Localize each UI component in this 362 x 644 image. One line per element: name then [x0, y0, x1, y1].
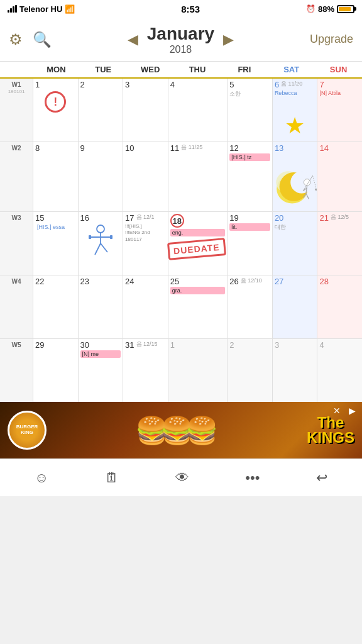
cell-jan-12[interactable]: 12 [HIS.] tz	[228, 142, 272, 211]
alert-icon: !	[45, 91, 66, 113]
event-gra: gra.	[170, 287, 226, 294]
event-lit: lit.	[229, 223, 270, 231]
cell-jan-31[interactable]: 31 음 12/15	[123, 339, 168, 402]
event-eng: eng.	[170, 229, 226, 236]
cell-feb-2[interactable]: 2	[228, 339, 272, 402]
moon-illustration	[273, 163, 317, 210]
cell-jan-18[interactable]: 18 eng. DUEDATE	[168, 212, 228, 275]
svg-line-7	[303, 194, 305, 198]
svg-point-3	[279, 172, 308, 201]
event-his-essa: [HIS.] essa	[35, 223, 76, 231]
header-thu: THU	[174, 62, 221, 77]
header-mon: MON	[33, 62, 80, 77]
prev-month-button[interactable]: ◀	[125, 29, 141, 50]
cell-jan-19[interactable]: 19 lit.	[228, 212, 272, 275]
status-left: Telenor HU 📶	[8, 4, 75, 14]
cell-jan-28[interactable]: 28	[317, 275, 362, 338]
cell-feb-1[interactable]: 1	[168, 339, 228, 402]
day-headers: MON TUE WED THU FRI SAT SUN	[0, 62, 362, 79]
today-indicator: 18	[170, 214, 184, 228]
workout-figure	[80, 225, 121, 260]
svg-line-8	[306, 194, 309, 199]
week-label-1: W1 180101	[0, 79, 33, 142]
cell-jan-20[interactable]: 20 대한	[273, 212, 317, 275]
cell-jan-9[interactable]: 9	[79, 142, 123, 211]
cell-jan-27[interactable]: 27	[273, 275, 317, 338]
cell-feb-4[interactable]: 4	[317, 339, 362, 402]
cell-jan-22[interactable]: 22	[33, 275, 78, 338]
cell-jan-7[interactable]: 7 [N] Attila	[317, 79, 362, 142]
cell-jan-23[interactable]: 23	[79, 275, 123, 338]
signal-icon	[8, 5, 17, 13]
event-attila: [N] Attila	[319, 90, 360, 96]
burger-king-logo: BURGERKING	[8, 411, 47, 450]
calendar-icon: 🗓	[105, 470, 119, 486]
svg-point-1	[276, 171, 300, 193]
cell-jan-11[interactable]: 11 음 11/25	[168, 142, 228, 211]
cell-jan-16[interactable]: 16	[79, 212, 123, 275]
svg-line-9	[303, 188, 307, 191]
duedate-stamp: DUEDATE	[167, 238, 226, 260]
burger-images: 🍔 🍔 🍔	[47, 415, 307, 446]
ad-play-button[interactable]: ▶	[349, 406, 356, 416]
alarm-icon: ⏰	[306, 4, 315, 13]
ad-tagline: TheKINGS	[307, 415, 354, 445]
cell-jan-25[interactable]: 25 gra.	[168, 275, 228, 338]
next-month-button[interactable]: ▶	[221, 29, 236, 50]
svg-line-6	[306, 186, 307, 193]
header-tue: TUE	[80, 62, 127, 77]
cell-jan-17[interactable]: 17 음 12/1 !!![HIS.]!!!ENG 2nd180117	[123, 212, 168, 275]
cell-jan-13[interactable]: 13	[273, 142, 317, 211]
svg-rect-17	[110, 235, 112, 239]
nav-center: ◀ January 2018 ▶	[52, 24, 310, 55]
svg-point-0	[277, 175, 307, 204]
battery-percent: 88%	[318, 4, 334, 14]
cell-jan-21[interactable]: 21 음 12/5	[317, 212, 362, 275]
event-rebecca: Rebecca	[275, 90, 315, 96]
svg-point-13	[97, 225, 104, 233]
nav-back[interactable]: ↩	[307, 465, 336, 491]
cell-jan-30[interactable]: 30 [N] me	[79, 339, 123, 402]
cell-jan-14[interactable]: 14	[317, 142, 362, 211]
event-his-tz: [HIS.] tz	[229, 153, 270, 161]
nav-more[interactable]: •••	[236, 465, 268, 491]
cell-jan-2[interactable]: 2	[79, 79, 123, 142]
cell-jan-29[interactable]: 29	[33, 339, 78, 402]
carrier-label: Telenor HU	[19, 4, 62, 14]
header-sat: SAT	[268, 62, 315, 77]
svg-point-4	[290, 171, 312, 193]
cell-jan-15[interactable]: 15 [HIS.] essa	[33, 212, 78, 275]
week-header-empty	[0, 62, 33, 77]
nav-calendar[interactable]: 🗓	[96, 465, 128, 491]
nav-smiley[interactable]: ☺	[26, 465, 57, 491]
nav-eye[interactable]: 👁	[167, 465, 198, 491]
week-label-4: W4	[0, 275, 33, 338]
week-label-2: W2	[0, 142, 33, 211]
week-label-5: W5	[0, 339, 33, 402]
event-me: [N] me	[80, 350, 121, 358]
time-label: 8:53	[181, 4, 200, 14]
svg-point-5	[304, 179, 310, 186]
calendar-header: ⚙ 🔍 ◀ January 2018 ▶ Upgrade	[0, 18, 362, 62]
cell-jan-10[interactable]: 10	[123, 142, 168, 211]
bottom-nav: ☺ 🗓 👁 ••• ↩	[0, 458, 362, 496]
star-decoration: ★	[285, 113, 305, 138]
ad-close-button[interactable]: ✕	[333, 406, 341, 416]
cell-feb-3[interactable]: 3	[273, 339, 317, 402]
cell-jan-6[interactable]: 6 음 11/20 Rebecca ★	[273, 79, 317, 142]
smiley-icon: ☺	[35, 470, 48, 486]
cell-jan-4[interactable]: 4	[168, 79, 228, 142]
cell-jan-5[interactable]: 5 소한	[228, 79, 272, 142]
cell-jan-8[interactable]: 8	[33, 142, 78, 211]
cell-jan-24[interactable]: 24	[123, 275, 168, 338]
cell-jan-26[interactable]: 26 음 12/10	[228, 275, 272, 338]
search-icon[interactable]: 🔍	[33, 31, 52, 48]
cell-jan-3[interactable]: 3	[123, 79, 168, 142]
settings-icon[interactable]: ⚙	[9, 31, 23, 48]
svg-line-10	[303, 175, 312, 191]
week-label-3: W3	[0, 212, 33, 275]
cell-jan-1[interactable]: 1 !	[33, 79, 78, 142]
ad-banner: BURGERKING 🍔 🍔 🍔 TheKINGS ▶ ✕	[0, 402, 362, 458]
eye-icon: 👁	[175, 470, 189, 486]
upgrade-button[interactable]: Upgrade	[310, 33, 353, 46]
